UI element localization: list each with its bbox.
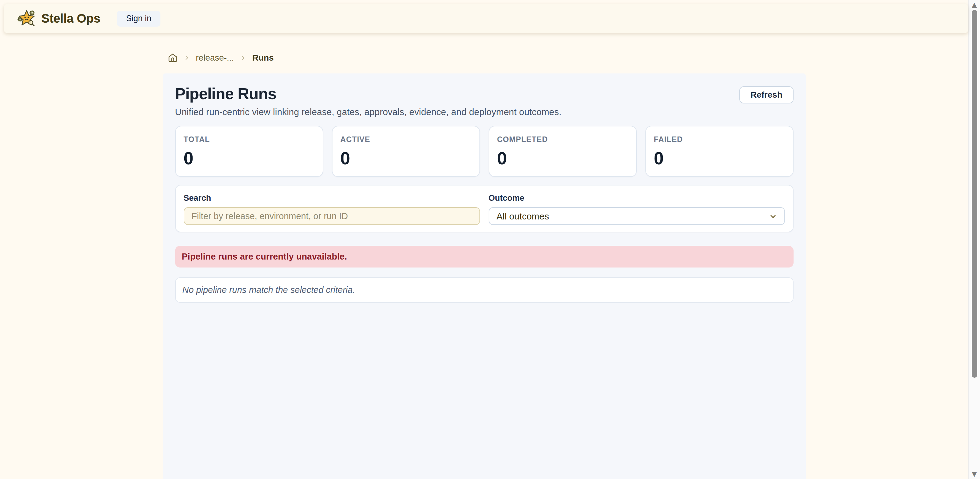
stat-value: 0	[340, 150, 471, 167]
stat-card-active: ACTIVE 0	[332, 126, 480, 177]
error-banner: Pipeline runs are currently unavailable.	[175, 246, 794, 267]
vertical-scrollbar[interactable]: ▲ ▼	[968, 0, 980, 479]
stat-value: 0	[654, 150, 785, 167]
refresh-button[interactable]: Refresh	[739, 86, 793, 103]
brand-title: Stella Ops	[41, 12, 100, 25]
filters-panel: Search Outcome All outcomes	[175, 185, 794, 232]
stats-row: TOTAL 0 ACTIVE 0 COMPLETED 0 FAILED 0	[175, 126, 794, 177]
stat-card-completed: COMPLETED 0	[488, 126, 637, 177]
scroll-down-icon[interactable]: ▼	[969, 470, 980, 478]
pipeline-runs-panel: Pipeline Runs Unified run-centric view l…	[163, 73, 806, 479]
chevron-right-icon	[184, 55, 190, 61]
panel-header-text: Pipeline Runs Unified run-centric view l…	[175, 85, 562, 117]
panel-header: Pipeline Runs Unified run-centric view l…	[175, 85, 794, 117]
search-label: Search	[184, 193, 480, 203]
stat-label: ACTIVE	[340, 135, 471, 144]
stat-label: FAILED	[654, 135, 785, 144]
scroll-up-icon[interactable]: ▲	[969, 1, 980, 9]
breadcrumb-item-release[interactable]: release-...	[196, 53, 234, 63]
scrollbar-thumb[interactable]	[972, 10, 977, 378]
stat-value: 0	[184, 150, 315, 167]
home-icon[interactable]	[168, 53, 178, 63]
stat-card-failed: FAILED 0	[645, 126, 794, 177]
outcome-select[interactable]: All outcomes	[488, 207, 785, 225]
page-content: Stella Ops Sign in release-... Runs Pipe…	[0, 0, 968, 479]
stat-label: COMPLETED	[497, 135, 628, 144]
page-subtitle: Unified run-centric view linking release…	[175, 107, 562, 117]
chevron-right-icon	[240, 55, 246, 61]
app-header: Stella Ops Sign in	[4, 4, 968, 33]
outcome-field-group: Outcome All outcomes	[488, 193, 785, 225]
search-field-group: Search	[184, 193, 480, 225]
sign-in-button[interactable]: Sign in	[117, 11, 161, 27]
empty-state-message: No pipeline runs match the selected crit…	[175, 277, 794, 303]
breadcrumb: release-... Runs	[163, 53, 806, 63]
search-input[interactable]	[184, 207, 480, 225]
stella-ops-logo-icon	[18, 9, 36, 29]
stat-card-total: TOTAL 0	[175, 126, 323, 177]
stat-value: 0	[497, 150, 628, 167]
breadcrumb-item-runs: Runs	[252, 53, 274, 63]
brand-link[interactable]: Stella Ops	[18, 9, 100, 29]
outcome-label: Outcome	[488, 193, 785, 203]
page-title: Pipeline Runs	[175, 85, 562, 102]
stat-label: TOTAL	[184, 135, 315, 144]
